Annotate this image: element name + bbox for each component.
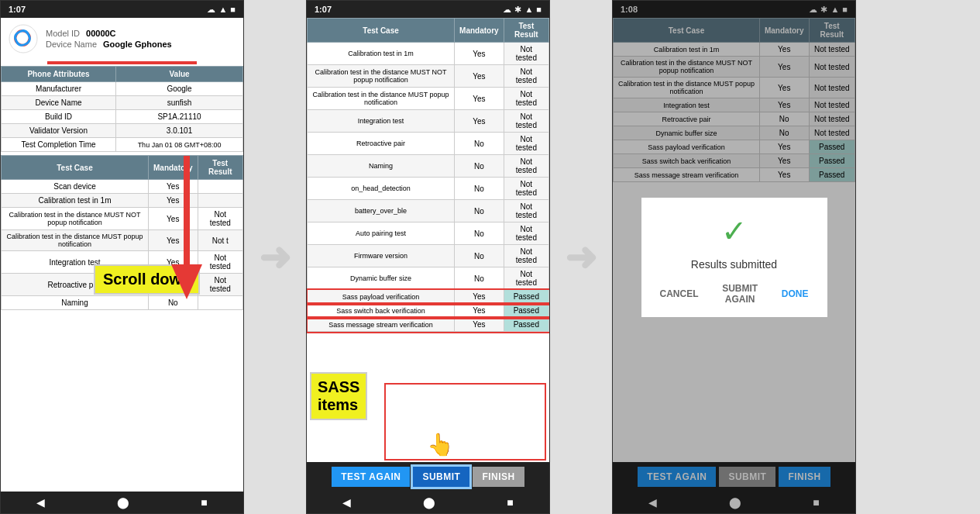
home-nav-icon[interactable]: ⬤	[117, 496, 129, 509]
submit-button-2[interactable]: SUBMIT	[413, 467, 469, 487]
home-nav-icon-2[interactable]: ⬤	[423, 496, 435, 509]
results-dialog: ✓ Results submitted CANCEL SUBMIT AGAIN …	[641, 198, 827, 317]
table-row: Calibration test in the distance MUST NO…	[2, 208, 243, 230]
phone-screen-3: 1:08 ☁ ✱ ▲ ■ Test Case Mandatory Test Re…	[612, 0, 856, 514]
nav-bar-2: ◀ ⬤ ■	[307, 492, 549, 513]
table-row: Manufacturer Google	[2, 82, 243, 96]
test-again-button-2[interactable]: TEST AGAIN	[332, 467, 410, 487]
finish-button-2[interactable]: FINISH	[473, 467, 524, 487]
svg-marker-2	[171, 264, 202, 299]
table-row: Firmware version No Not tested	[308, 245, 549, 267]
attr-header: Phone Attributes	[2, 67, 116, 82]
phone-screen-1: 1:07 ☁ ▲ ■ Model ID 00000C Device Name G…	[0, 0, 244, 514]
back-nav-icon-2[interactable]: ◀	[342, 496, 351, 509]
model-id-row: Model ID 00000C	[46, 29, 172, 38]
table-row: Naming No	[2, 296, 243, 310]
dialog-overlay: ✓ Results submitted CANCEL SUBMIT AGAIN …	[613, 1, 855, 513]
table-row: Retroactive pair No Not tested	[308, 133, 549, 155]
cursor-hand-icon: 👆	[427, 432, 454, 457]
signal-icon: ▲	[218, 5, 227, 14]
check-icon: ✓	[721, 213, 748, 249]
wifi-icon: ☁	[207, 5, 215, 15]
table-row: Calibration test in the distance MUST po…	[308, 88, 549, 110]
time-2: 1:07	[315, 5, 332, 14]
test-table-2: Test Case Mandatory Test Result Calibrat…	[307, 18, 549, 332]
status-bar-2: 1:07 ☁ ✱ ▲ ■	[307, 1, 549, 18]
table-row: Calibration test in the distance MUST NO…	[308, 65, 549, 88]
table-row: on_head_detection No Not tested	[308, 178, 549, 200]
nav-bar-1: ◀ ⬤ ■	[1, 492, 243, 513]
table-row: Validator Version 3.0.101	[2, 124, 243, 138]
table-row: Integration test Yes Not tested	[308, 110, 549, 133]
device-info: Model ID 00000C Device Name Google Gphon…	[46, 29, 172, 49]
model-id-label: Model ID	[46, 29, 80, 38]
col-test: Test Case	[308, 19, 455, 43]
action-buttons-2: TEST AGAIN SUBMIT FINISH	[307, 462, 549, 492]
dialog-buttons: CANCEL SUBMIT AGAIN DONE	[654, 280, 815, 308]
attributes-table: Phone Attributes Value Manufacturer Goog…	[1, 66, 243, 152]
table-row: Build ID SP1A.21110	[2, 110, 243, 124]
table-row: Sass payload verification Yes Passed	[308, 290, 549, 304]
table-row: Dynamic buffer size No Not tested	[308, 267, 549, 290]
svg-point-0	[9, 25, 37, 53]
device-name-value: Google Gphones	[103, 40, 172, 49]
signal-icon-2: ▲	[524, 5, 533, 14]
table-row: battery_over_ble No Not tested	[308, 200, 549, 223]
dialog-done-button[interactable]: DONE	[775, 280, 815, 308]
dialog-title: Results submitted	[691, 258, 777, 271]
status-icons-1: ☁ ▲ ■	[207, 5, 236, 15]
table-row: Auto pairing test No Not tested	[308, 223, 549, 245]
wifi-icon-2: ☁	[503, 5, 511, 15]
sass-label-text: SASS items	[318, 378, 359, 413]
table-row: Scan device Yes	[2, 180, 243, 194]
device-logo	[9, 24, 38, 53]
status-bar-1: 1:07 ☁ ▲ ■	[1, 1, 243, 18]
arrow-2-container: ➜	[550, 0, 612, 514]
recent-nav-icon[interactable]: ■	[201, 496, 207, 509]
status-icons-2: ☁ ✱ ▲ ■	[503, 5, 542, 15]
sass-items-annotation: SASS items	[310, 372, 367, 420]
table-row: Naming No Not tested	[308, 155, 549, 178]
table-row: Calibration test in the distance MUST po…	[2, 230, 243, 251]
recent-nav-icon-2[interactable]: ■	[507, 496, 513, 509]
table-row: Sass switch back verification Yes Passed	[308, 304, 549, 318]
value-header: Value	[116, 67, 243, 82]
col-result: Test Result	[504, 19, 548, 43]
forward-arrow-1: ➜	[259, 235, 291, 280]
device-name-row: Device Name Google Gphones	[46, 40, 172, 49]
arrow-1-container: ➜	[244, 0, 306, 514]
device-name-label: Device Name	[46, 40, 97, 49]
time-1: 1:07	[9, 5, 26, 14]
table-row: Test Completion Time Thu Jan 01 08 GMT+0…	[2, 138, 243, 152]
test-case-header: Test Case	[2, 156, 149, 180]
forward-arrow-2: ➜	[565, 235, 597, 280]
table-row: Sass message stream verification Yes Pas…	[308, 318, 549, 332]
scroll-indicator	[47, 61, 197, 64]
battery-icon-2: ■	[536, 5, 542, 14]
table-row: Calibration test in 1m Yes	[2, 194, 243, 208]
device-header: Model ID 00000C Device Name Google Gphon…	[1, 18, 243, 60]
phone-screen-2: 1:07 ☁ ✱ ▲ ■ Test Case Mandatory Test Re…	[306, 0, 550, 514]
table-row: Calibration test in 1m Yes Not tested	[308, 43, 549, 65]
submit-annotation: submit	[549, 440, 550, 471]
bt-icon-2: ✱	[514, 5, 521, 15]
dialog-submit-again-button[interactable]: SUBMIT AGAIN	[711, 280, 769, 308]
model-id-value: 00000C	[86, 29, 116, 38]
dialog-cancel-button[interactable]: CANCEL	[654, 280, 705, 308]
col-mandatory: Mandatory	[455, 19, 504, 43]
table-row: Device Name sunfish	[2, 96, 243, 110]
battery-icon: ■	[230, 5, 236, 14]
back-nav-icon[interactable]: ◀	[36, 496, 45, 509]
red-arrow-icon	[167, 156, 206, 311]
